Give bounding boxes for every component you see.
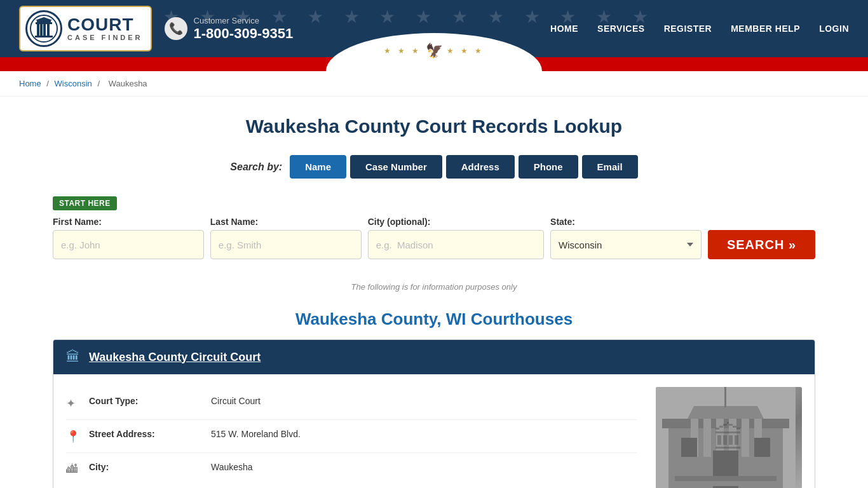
- phone-number: 1-800-309-9351: [194, 25, 294, 42]
- breadcrumb-state[interactable]: Wisconsin: [55, 79, 92, 88]
- breadcrumb-sep-1: /: [46, 79, 51, 88]
- svg-rect-23: [681, 481, 770, 486]
- state-group: State: Wisconsin AlabamaAlaskaArizona Ar…: [550, 217, 702, 259]
- courthouse-header: 🏛 Waukesha County Circuit Court: [53, 340, 815, 374]
- main-content: Waukesha County Court Records Lookup Sea…: [40, 97, 828, 488]
- header-phone: 📞 Customer Service 1-800-309-9351: [165, 16, 294, 42]
- search-form-area: START HERE First Name: Last Name: City (…: [53, 190, 815, 272]
- main-nav: HOME SERVICES REGISTER MEMBER HELP LOGIN: [550, 24, 849, 34]
- courthouse-card: 🏛 Waukesha County Circuit Court ✦ Court …: [53, 339, 815, 488]
- svg-marker-7: [35, 17, 53, 20]
- nav-member-help[interactable]: MEMBER HELP: [731, 24, 800, 34]
- tab-email[interactable]: Email: [582, 155, 638, 179]
- arc-banner: ★ ★ ★ 🦅 ★ ★ ★: [0, 57, 868, 71]
- breadcrumb-home[interactable]: Home: [19, 79, 41, 88]
- svg-rect-18: [681, 438, 697, 457]
- nav-home[interactable]: HOME: [550, 24, 578, 34]
- header-left: COURT CASE FINDER 📞 Customer Service 1-8…: [19, 6, 293, 51]
- last-name-label: Last Name:: [210, 217, 362, 227]
- info-note: The following is for information purpose…: [53, 282, 815, 292]
- svg-rect-16: [742, 419, 749, 457]
- svg-rect-1: [37, 24, 39, 36]
- svg-rect-14: [716, 419, 724, 457]
- address-icon: 📍: [66, 430, 81, 444]
- last-name-group: Last Name:: [210, 217, 362, 259]
- eagle-icon: 🦅: [426, 43, 443, 59]
- logo: COURT CASE FINDER: [19, 6, 152, 51]
- breadcrumb-county: Waukesha: [109, 79, 147, 88]
- logo-case-finder-text: CASE FINDER: [67, 34, 143, 41]
- court-type-icon: ✦: [66, 396, 81, 410]
- detail-row-street: 📍 Street Address: 515 W. Moreland Blvd.: [66, 420, 637, 453]
- courthouse-body: ✦ Court Type: Circuit Court 📍 Street Add…: [53, 374, 815, 488]
- state-select[interactable]: Wisconsin AlabamaAlaskaArizona ArkansasC…: [550, 230, 702, 259]
- state-label: State:: [550, 217, 702, 227]
- svg-marker-11: [688, 406, 764, 419]
- nav-register[interactable]: REGISTER: [664, 24, 712, 34]
- city-detail-label: City:: [89, 462, 203, 472]
- svg-rect-3: [43, 24, 46, 36]
- first-name-label: First Name:: [53, 217, 204, 227]
- city-label: City (optional):: [368, 217, 544, 227]
- phone-info: Customer Service 1-800-309-9351: [194, 16, 294, 42]
- search-tabs-row: Search by: Name Case Number Address Phon…: [53, 155, 815, 179]
- tab-case-number[interactable]: Case Number: [350, 155, 442, 179]
- logo-court-text: COURT: [67, 16, 143, 34]
- nav-login[interactable]: LOGIN: [819, 24, 849, 34]
- courthouse-icon: 🏛: [66, 349, 80, 365]
- city-group: City (optional):: [368, 217, 544, 259]
- detail-row-city: 🏙 City: Waukesha: [66, 453, 637, 485]
- svg-rect-2: [40, 24, 43, 36]
- phone-icon: 📞: [165, 17, 187, 40]
- street-value: 515 W. Moreland Blvd.: [211, 429, 301, 439]
- customer-service-label: Customer Service: [194, 16, 294, 25]
- svg-rect-4: [47, 24, 50, 36]
- first-name-group: First Name:: [53, 217, 204, 259]
- first-name-input[interactable]: [53, 230, 204, 259]
- stars-left: ★ ★ ★: [384, 46, 422, 55]
- street-label: Street Address:: [89, 429, 203, 439]
- search-by-label: Search by:: [230, 161, 282, 173]
- detail-row-court-type: ✦ Court Type: Circuit Court: [66, 387, 637, 420]
- eagle-emblem: ★ ★ ★ 🦅 ★ ★ ★: [384, 43, 484, 59]
- svg-rect-10: [662, 419, 789, 428]
- svg-rect-0: [36, 22, 52, 24]
- courthouse-image: [656, 387, 802, 488]
- tab-name[interactable]: Name: [290, 155, 346, 179]
- stars-right: ★ ★ ★: [447, 46, 485, 55]
- city-icon: 🏙: [66, 463, 81, 476]
- logo-text: COURT CASE FINDER: [67, 16, 143, 41]
- page-title: Waukesha County Court Records Lookup: [53, 116, 815, 137]
- start-here-badge: START HERE: [53, 196, 117, 210]
- nav-services[interactable]: SERVICES: [597, 24, 645, 34]
- courthouse-name-link[interactable]: Waukesha County Circuit Court: [89, 351, 261, 364]
- svg-rect-15: [729, 419, 736, 457]
- search-button[interactable]: SEARCH »: [708, 230, 815, 259]
- svg-rect-19: [754, 438, 770, 457]
- breadcrumb-sep-2: /: [97, 79, 102, 88]
- last-name-input[interactable]: [210, 230, 362, 259]
- city-detail-value: Waukesha: [211, 462, 253, 472]
- breadcrumb: Home / Wisconsin / Waukesha: [0, 71, 868, 97]
- court-type-label: Court Type:: [89, 396, 203, 406]
- court-type-value: Circuit Court: [211, 396, 261, 406]
- city-input[interactable]: [368, 230, 544, 259]
- svg-rect-5: [35, 36, 53, 37]
- tab-phone[interactable]: Phone: [519, 155, 578, 179]
- form-row: First Name: Last Name: City (optional): …: [53, 217, 815, 259]
- svg-rect-22: [675, 476, 776, 481]
- courthouses-title: Waukesha County, WI Courthouses: [53, 309, 815, 329]
- svg-rect-13: [703, 419, 711, 457]
- courthouse-photo: [656, 387, 802, 488]
- logo-circle: [25, 10, 62, 47]
- svg-rect-6: [37, 20, 51, 22]
- courthouse-details: ✦ Court Type: Circuit Court 📍 Street Add…: [66, 387, 637, 488]
- svg-rect-21: [724, 387, 726, 407]
- logo-icon: [30, 15, 58, 43]
- tab-address[interactable]: Address: [446, 155, 515, 179]
